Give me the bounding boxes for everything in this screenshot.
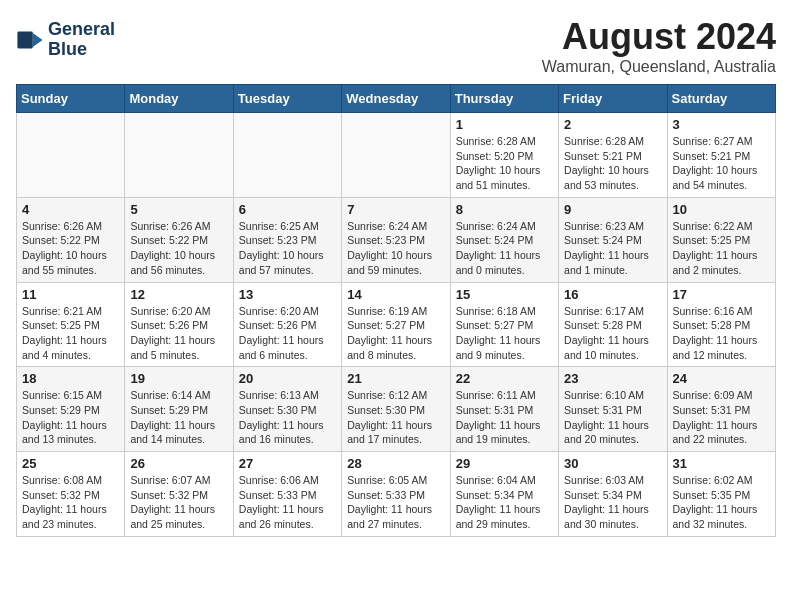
calendar-week-row: 25Sunrise: 6:08 AMSunset: 5:32 PMDayligh… — [17, 452, 776, 537]
day-number: 6 — [239, 202, 336, 217]
day-info: Sunrise: 6:25 AMSunset: 5:23 PMDaylight:… — [239, 219, 336, 278]
calendar-cell — [342, 113, 450, 198]
day-info: Sunrise: 6:12 AMSunset: 5:30 PMDaylight:… — [347, 388, 444, 447]
calendar-cell: 7Sunrise: 6:24 AMSunset: 5:23 PMDaylight… — [342, 197, 450, 282]
calendar-cell — [125, 113, 233, 198]
logo-icon — [16, 26, 44, 54]
calendar-cell: 9Sunrise: 6:23 AMSunset: 5:24 PMDaylight… — [559, 197, 667, 282]
calendar-week-row: 11Sunrise: 6:21 AMSunset: 5:25 PMDayligh… — [17, 282, 776, 367]
day-info: Sunrise: 6:09 AMSunset: 5:31 PMDaylight:… — [673, 388, 770, 447]
day-info: Sunrise: 6:15 AMSunset: 5:29 PMDaylight:… — [22, 388, 119, 447]
svg-marker-1 — [33, 33, 43, 47]
day-number: 22 — [456, 371, 553, 386]
calendar-cell: 19Sunrise: 6:14 AMSunset: 5:29 PMDayligh… — [125, 367, 233, 452]
day-number: 29 — [456, 456, 553, 471]
calendar-cell: 30Sunrise: 6:03 AMSunset: 5:34 PMDayligh… — [559, 452, 667, 537]
calendar-cell: 27Sunrise: 6:06 AMSunset: 5:33 PMDayligh… — [233, 452, 341, 537]
day-info: Sunrise: 6:16 AMSunset: 5:28 PMDaylight:… — [673, 304, 770, 363]
calendar-cell: 29Sunrise: 6:04 AMSunset: 5:34 PMDayligh… — [450, 452, 558, 537]
day-number: 31 — [673, 456, 770, 471]
day-info: Sunrise: 6:02 AMSunset: 5:35 PMDaylight:… — [673, 473, 770, 532]
day-number: 1 — [456, 117, 553, 132]
day-info: Sunrise: 6:28 AMSunset: 5:20 PMDaylight:… — [456, 134, 553, 193]
calendar-cell: 20Sunrise: 6:13 AMSunset: 5:30 PMDayligh… — [233, 367, 341, 452]
day-info: Sunrise: 6:28 AMSunset: 5:21 PMDaylight:… — [564, 134, 661, 193]
day-number: 26 — [130, 456, 227, 471]
calendar-cell: 14Sunrise: 6:19 AMSunset: 5:27 PMDayligh… — [342, 282, 450, 367]
calendar-cell: 4Sunrise: 6:26 AMSunset: 5:22 PMDaylight… — [17, 197, 125, 282]
calendar-cell: 22Sunrise: 6:11 AMSunset: 5:31 PMDayligh… — [450, 367, 558, 452]
weekday-header: Saturday — [667, 85, 775, 113]
calendar-cell: 26Sunrise: 6:07 AMSunset: 5:32 PMDayligh… — [125, 452, 233, 537]
calendar-cell: 6Sunrise: 6:25 AMSunset: 5:23 PMDaylight… — [233, 197, 341, 282]
calendar-cell — [17, 113, 125, 198]
weekday-header-row: SundayMondayTuesdayWednesdayThursdayFrid… — [17, 85, 776, 113]
day-number: 25 — [22, 456, 119, 471]
weekday-header: Monday — [125, 85, 233, 113]
day-info: Sunrise: 6:22 AMSunset: 5:25 PMDaylight:… — [673, 219, 770, 278]
calendar-cell: 31Sunrise: 6:02 AMSunset: 5:35 PMDayligh… — [667, 452, 775, 537]
day-number: 20 — [239, 371, 336, 386]
day-number: 7 — [347, 202, 444, 217]
day-number: 27 — [239, 456, 336, 471]
day-number: 9 — [564, 202, 661, 217]
calendar-cell: 10Sunrise: 6:22 AMSunset: 5:25 PMDayligh… — [667, 197, 775, 282]
day-info: Sunrise: 6:06 AMSunset: 5:33 PMDaylight:… — [239, 473, 336, 532]
calendar-cell: 1Sunrise: 6:28 AMSunset: 5:20 PMDaylight… — [450, 113, 558, 198]
calendar-cell — [233, 113, 341, 198]
day-number: 14 — [347, 287, 444, 302]
day-info: Sunrise: 6:10 AMSunset: 5:31 PMDaylight:… — [564, 388, 661, 447]
calendar-cell: 16Sunrise: 6:17 AMSunset: 5:28 PMDayligh… — [559, 282, 667, 367]
day-number: 4 — [22, 202, 119, 217]
day-number: 2 — [564, 117, 661, 132]
day-number: 19 — [130, 371, 227, 386]
calendar-cell: 3Sunrise: 6:27 AMSunset: 5:21 PMDaylight… — [667, 113, 775, 198]
weekday-header: Friday — [559, 85, 667, 113]
day-info: Sunrise: 6:19 AMSunset: 5:27 PMDaylight:… — [347, 304, 444, 363]
calendar-cell: 25Sunrise: 6:08 AMSunset: 5:32 PMDayligh… — [17, 452, 125, 537]
day-number: 12 — [130, 287, 227, 302]
logo-line2: Blue — [48, 40, 115, 60]
day-info: Sunrise: 6:08 AMSunset: 5:32 PMDaylight:… — [22, 473, 119, 532]
calendar-week-row: 18Sunrise: 6:15 AMSunset: 5:29 PMDayligh… — [17, 367, 776, 452]
main-title: August 2024 — [542, 16, 776, 58]
subtitle: Wamuran, Queensland, Australia — [542, 58, 776, 76]
day-info: Sunrise: 6:24 AMSunset: 5:24 PMDaylight:… — [456, 219, 553, 278]
day-number: 23 — [564, 371, 661, 386]
day-number: 16 — [564, 287, 661, 302]
day-number: 8 — [456, 202, 553, 217]
calendar-cell: 23Sunrise: 6:10 AMSunset: 5:31 PMDayligh… — [559, 367, 667, 452]
day-info: Sunrise: 6:03 AMSunset: 5:34 PMDaylight:… — [564, 473, 661, 532]
day-info: Sunrise: 6:18 AMSunset: 5:27 PMDaylight:… — [456, 304, 553, 363]
day-number: 28 — [347, 456, 444, 471]
day-info: Sunrise: 6:21 AMSunset: 5:25 PMDaylight:… — [22, 304, 119, 363]
day-number: 11 — [22, 287, 119, 302]
calendar-cell: 12Sunrise: 6:20 AMSunset: 5:26 PMDayligh… — [125, 282, 233, 367]
day-info: Sunrise: 6:13 AMSunset: 5:30 PMDaylight:… — [239, 388, 336, 447]
calendar-week-row: 4Sunrise: 6:26 AMSunset: 5:22 PMDaylight… — [17, 197, 776, 282]
weekday-header: Sunday — [17, 85, 125, 113]
calendar-cell: 24Sunrise: 6:09 AMSunset: 5:31 PMDayligh… — [667, 367, 775, 452]
header: General Blue August 2024 Wamuran, Queens… — [16, 16, 776, 76]
day-info: Sunrise: 6:26 AMSunset: 5:22 PMDaylight:… — [130, 219, 227, 278]
calendar-cell: 11Sunrise: 6:21 AMSunset: 5:25 PMDayligh… — [17, 282, 125, 367]
day-info: Sunrise: 6:26 AMSunset: 5:22 PMDaylight:… — [22, 219, 119, 278]
calendar-cell: 5Sunrise: 6:26 AMSunset: 5:22 PMDaylight… — [125, 197, 233, 282]
logo-line1: General — [48, 20, 115, 40]
day-number: 30 — [564, 456, 661, 471]
calendar-table: SundayMondayTuesdayWednesdayThursdayFrid… — [16, 84, 776, 537]
title-area: August 2024 Wamuran, Queensland, Austral… — [542, 16, 776, 76]
day-number: 3 — [673, 117, 770, 132]
calendar-cell: 8Sunrise: 6:24 AMSunset: 5:24 PMDaylight… — [450, 197, 558, 282]
day-info: Sunrise: 6:20 AMSunset: 5:26 PMDaylight:… — [130, 304, 227, 363]
day-info: Sunrise: 6:24 AMSunset: 5:23 PMDaylight:… — [347, 219, 444, 278]
calendar-cell: 17Sunrise: 6:16 AMSunset: 5:28 PMDayligh… — [667, 282, 775, 367]
calendar-cell: 18Sunrise: 6:15 AMSunset: 5:29 PMDayligh… — [17, 367, 125, 452]
svg-rect-0 — [17, 31, 32, 48]
calendar-cell: 21Sunrise: 6:12 AMSunset: 5:30 PMDayligh… — [342, 367, 450, 452]
day-number: 17 — [673, 287, 770, 302]
day-number: 13 — [239, 287, 336, 302]
day-info: Sunrise: 6:27 AMSunset: 5:21 PMDaylight:… — [673, 134, 770, 193]
day-info: Sunrise: 6:23 AMSunset: 5:24 PMDaylight:… — [564, 219, 661, 278]
day-info: Sunrise: 6:20 AMSunset: 5:26 PMDaylight:… — [239, 304, 336, 363]
